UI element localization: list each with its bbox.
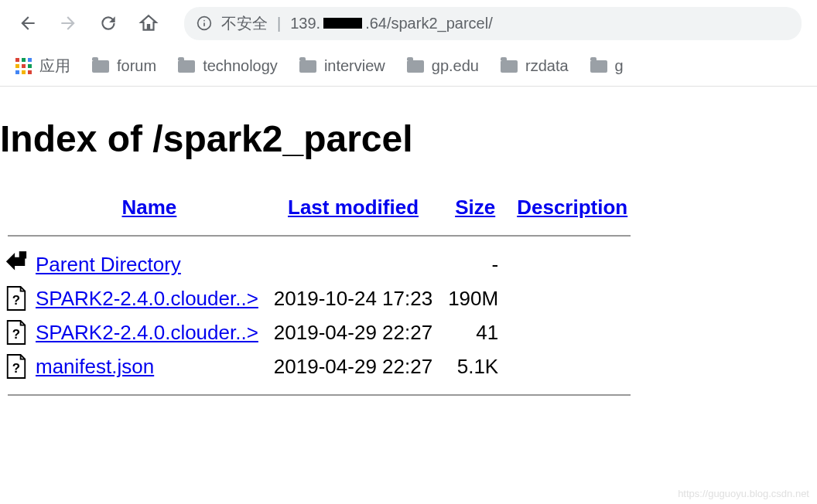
table-row: ? manifest.json 2019-04-29 22:27 5.1K [0, 349, 638, 383]
svg-text:?: ? [12, 327, 20, 342]
bookmark-g[interactable]: g [590, 57, 624, 75]
footer-divider [8, 394, 631, 396]
reload-button[interactable] [96, 11, 121, 36]
table-row: Parent Directory - [0, 247, 638, 281]
modified-cell: 2019-10-24 17:23 [266, 281, 440, 315]
info-icon [197, 15, 212, 31]
url-text: 139..64/spark2_parcel/ [290, 15, 492, 32]
size-cell: 41 [440, 315, 506, 349]
sort-name[interactable]: Name [122, 196, 177, 219]
folder-icon [590, 60, 607, 73]
bookmark-gpedu[interactable]: gp.edu [407, 57, 479, 75]
bookmark-rzdata[interactable]: rzdata [501, 57, 569, 75]
forward-button[interactable] [56, 11, 80, 36]
header-row: Name Last modified Size Description [0, 191, 638, 224]
svg-rect-3 [19, 251, 26, 258]
back-arrow-icon [5, 250, 28, 278]
folder-icon [501, 60, 518, 73]
svg-text:?: ? [12, 361, 20, 376]
directory-listing: Name Last modified Size Description Pare… [0, 191, 638, 407]
sort-description[interactable]: Description [517, 196, 627, 219]
bookmarks-bar: 应用 forum technology interview gp.edu rzd… [0, 46, 817, 87]
apps-label: 应用 [39, 56, 70, 77]
size-cell: - [440, 247, 506, 281]
table-row: ? SPARK2-2.4.0.clouder..> 2019-10-24 17:… [0, 281, 638, 315]
folder-icon [299, 60, 316, 73]
file-link[interactable]: SPARK2-2.4.0.clouder..> [36, 321, 258, 344]
unknown-file-icon: ? [5, 352, 28, 380]
browser-toolbar: 不安全 | 139..64/spark2_parcel/ [0, 0, 817, 46]
svg-text:?: ? [12, 293, 20, 308]
parent-directory-link[interactable]: Parent Directory [36, 253, 181, 276]
modified-cell: 2019-04-29 22:27 [266, 349, 440, 383]
folder-icon [92, 60, 109, 73]
folder-icon [178, 60, 195, 73]
file-link[interactable]: manifest.json [36, 355, 154, 378]
size-cell: 5.1K [440, 349, 506, 383]
page-title: Index of /spark2_parcel [0, 117, 817, 160]
unknown-file-icon: ? [5, 284, 28, 312]
page-content: Index of /spark2_parcel Name Last modifi… [0, 87, 817, 407]
apps-button[interactable]: 应用 [15, 56, 70, 77]
modified-cell: 2019-04-29 22:27 [266, 315, 440, 349]
bookmark-label: forum [117, 57, 156, 75]
modified-cell [266, 247, 440, 281]
size-cell: 190M [440, 281, 506, 315]
bookmark-label: gp.edu [432, 57, 479, 75]
folder-icon [407, 60, 424, 73]
bookmark-forum[interactable]: forum [92, 57, 156, 75]
unknown-file-icon: ? [5, 318, 28, 346]
url-divider: | [277, 15, 281, 32]
table-row: ? SPARK2-2.4.0.clouder..> 2019-04-29 22:… [0, 315, 638, 349]
url-bar[interactable]: 不安全 | 139..64/spark2_parcel/ [184, 7, 802, 40]
bookmark-label: technology [203, 57, 278, 75]
insecure-label: 不安全 [221, 13, 268, 34]
watermark: https://guguoyu.blog.csdn.net [678, 488, 809, 499]
apps-icon [15, 58, 32, 74]
bookmark-label: rzdata [525, 57, 569, 75]
sort-size[interactable]: Size [455, 196, 495, 219]
bookmark-interview[interactable]: interview [299, 57, 385, 75]
bookmark-technology[interactable]: technology [178, 57, 278, 75]
bookmark-label: interview [324, 57, 385, 75]
sort-modified[interactable]: Last modified [288, 196, 419, 219]
back-button[interactable] [15, 11, 40, 36]
url-redacted [323, 18, 362, 29]
bookmark-label: g [615, 57, 624, 75]
home-button[interactable] [136, 11, 161, 36]
header-divider [8, 235, 631, 237]
file-link[interactable]: SPARK2-2.4.0.clouder..> [36, 287, 258, 310]
